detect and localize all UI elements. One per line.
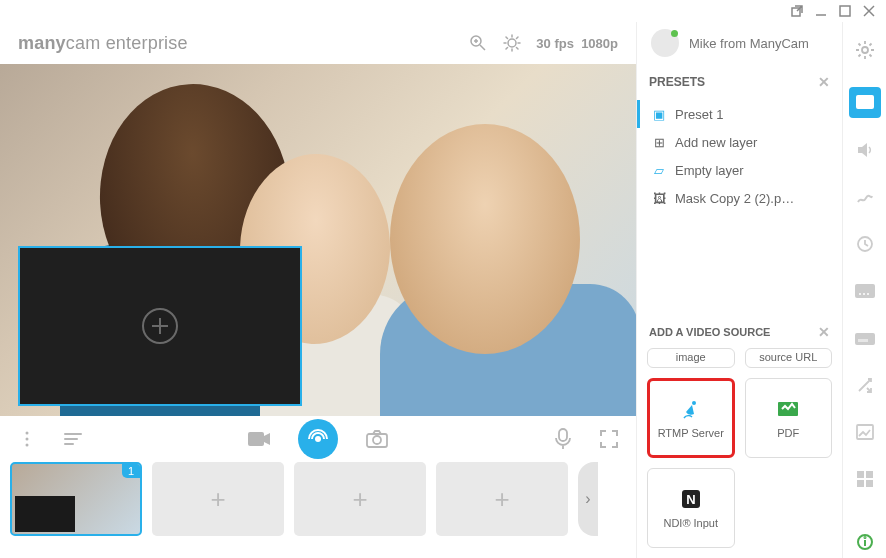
svg-point-19 (373, 436, 381, 444)
tab-presets[interactable] (849, 87, 881, 118)
svg-rect-38 (857, 480, 864, 487)
svg-point-9 (508, 39, 516, 47)
svg-rect-20 (559, 429, 567, 441)
sidebar (842, 22, 886, 558)
camera-icon[interactable] (248, 428, 270, 450)
presets-close-icon[interactable]: ✕ (818, 74, 830, 90)
add-icon (142, 308, 178, 344)
profile[interactable]: Mike from ManyCam (637, 22, 842, 64)
minimize-icon[interactable] (814, 4, 828, 18)
svg-point-17 (315, 436, 321, 442)
svg-line-6 (480, 45, 485, 50)
svg-rect-35 (857, 425, 873, 439)
svg-rect-37 (866, 471, 873, 478)
svg-rect-27 (858, 97, 863, 107)
svg-point-30 (859, 293, 861, 295)
avatar-icon (651, 29, 679, 57)
layer-item[interactable]: 🖼Mask Copy 2 (2).p… (637, 184, 842, 212)
more-icon[interactable] (16, 428, 38, 450)
source-tile-pdf[interactable]: PDF (745, 378, 833, 458)
preview-area (0, 64, 636, 416)
broadcast-button[interactable] (298, 419, 338, 459)
add-layer-item[interactable]: ⊞Add new layer (637, 128, 842, 156)
source-tile-ndi[interactable]: N NDI® Input (647, 468, 735, 548)
thumbs-next-button[interactable]: › (578, 462, 598, 536)
thumb-2[interactable]: + (152, 462, 284, 536)
svg-point-42 (864, 537, 865, 538)
popout-icon[interactable] (790, 4, 804, 18)
source-tile-url[interactable]: source URL (745, 348, 833, 368)
toolbar (0, 416, 636, 462)
zoom-icon[interactable] (468, 33, 488, 53)
svg-point-32 (867, 293, 869, 295)
profile-name: Mike from ManyCam (689, 36, 809, 51)
tab-effects[interactable] (849, 370, 881, 401)
brightness-icon[interactable] (502, 33, 522, 53)
window-titlebar (0, 0, 886, 22)
tab-titles[interactable] (849, 322, 881, 353)
svg-point-21 (692, 401, 696, 405)
maximize-icon[interactable] (838, 4, 852, 18)
thumb-3[interactable]: + (294, 462, 426, 536)
tab-draw[interactable] (849, 181, 881, 212)
source-tile-rtmp[interactable]: RTMP Server (647, 378, 735, 458)
svg-rect-34 (858, 339, 868, 342)
source-close-icon[interactable]: ✕ (818, 324, 830, 340)
svg-text:N: N (686, 492, 695, 507)
video-source-title: ADD A VIDEO SOURCE (649, 326, 770, 338)
svg-rect-36 (857, 471, 864, 478)
header: manycam enterprise 30 fps 1080p (0, 22, 636, 64)
ndi-icon: N (679, 487, 703, 511)
pdf-icon (776, 397, 800, 421)
svg-rect-16 (248, 432, 264, 446)
svg-rect-39 (866, 480, 873, 487)
preset-list: ▣Preset 1 ⊞Add new layer ▱Empty layer 🖼M… (637, 100, 842, 220)
thumb-4[interactable]: + (436, 462, 568, 536)
presets-title: PRESETS (649, 75, 705, 89)
tab-text[interactable] (849, 275, 881, 306)
fullscreen-icon[interactable] (598, 428, 620, 450)
svg-rect-29 (855, 284, 875, 298)
tab-time[interactable] (849, 228, 881, 259)
thumb-1[interactable]: 1 (10, 462, 142, 536)
video-quality[interactable]: 30 fps 1080p (536, 36, 618, 51)
thumb-badge: 1 (122, 464, 140, 478)
preset-item[interactable]: ▣Preset 1 (637, 100, 842, 128)
tab-audio[interactable] (849, 134, 881, 165)
tab-widgets[interactable] (849, 464, 881, 495)
svg-point-31 (863, 293, 865, 295)
layer-overlay[interactable] (18, 246, 302, 406)
snapshot-icon[interactable] (366, 428, 388, 450)
source-tile-image[interactable]: image (647, 348, 735, 368)
settings-button[interactable] (844, 30, 886, 71)
tab-gallery[interactable] (849, 417, 881, 448)
svg-point-25 (862, 47, 868, 53)
preset-thumbnails: 1 + + + › (0, 462, 636, 536)
svg-point-11 (26, 438, 29, 441)
close-icon[interactable] (862, 4, 876, 18)
layer-item[interactable]: ▱Empty layer (637, 156, 842, 184)
satellite-icon (679, 397, 703, 421)
svg-point-12 (26, 444, 29, 447)
brand-logo: manycam enterprise (18, 33, 188, 54)
mic-icon[interactable] (552, 428, 574, 450)
info-button[interactable] (849, 527, 881, 558)
playlist-icon[interactable] (62, 428, 84, 450)
svg-point-10 (26, 432, 29, 435)
svg-rect-2 (840, 6, 850, 16)
